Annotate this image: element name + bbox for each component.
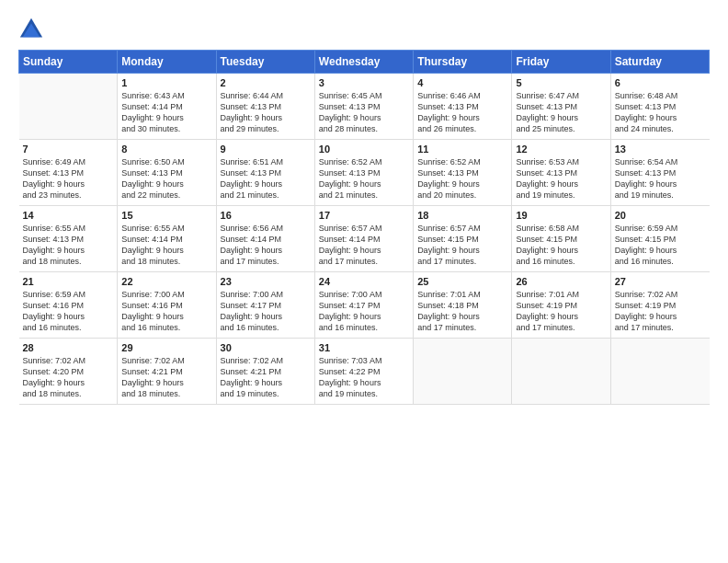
week-row-1: 7Sunrise: 6:49 AM Sunset: 4:13 PM Daylig…	[19, 140, 710, 206]
logo	[18, 17, 48, 42]
week-row-2: 14Sunrise: 6:55 AM Sunset: 4:13 PM Dayli…	[19, 206, 710, 272]
logo-icon	[18, 17, 44, 42]
week-row-3: 21Sunrise: 6:59 AM Sunset: 4:16 PM Dayli…	[19, 272, 710, 339]
cell-content: Sunrise: 6:59 AM Sunset: 4:16 PM Dayligh…	[23, 289, 114, 334]
day-number: 8	[121, 144, 211, 155]
cell-content: Sunrise: 6:46 AM Sunset: 4:13 PM Dayligh…	[417, 90, 507, 135]
cell-content: Sunrise: 6:57 AM Sunset: 4:14 PM Dayligh…	[319, 223, 409, 268]
day-number: 16	[221, 210, 311, 221]
cell-content: Sunrise: 7:03 AM Sunset: 4:22 PM Dayligh…	[319, 355, 409, 400]
cell-content: Sunrise: 7:00 AM Sunset: 4:16 PM Dayligh…	[121, 289, 211, 334]
header-cell-wednesday: Wednesday	[314, 51, 413, 74]
calendar-cell	[512, 339, 610, 405]
calendar-cell: 12Sunrise: 6:53 AM Sunset: 4:13 PM Dayli…	[512, 140, 610, 206]
day-number: 25	[417, 276, 507, 287]
calendar-cell	[414, 339, 512, 405]
calendar-cell: 27Sunrise: 7:02 AM Sunset: 4:19 PM Dayli…	[610, 272, 709, 339]
cell-content: Sunrise: 6:59 AM Sunset: 4:15 PM Dayligh…	[615, 223, 706, 268]
header-cell-sunday: Sunday	[19, 51, 118, 74]
day-number: 2	[221, 77, 311, 88]
cell-content: Sunrise: 6:52 AM Sunset: 4:13 PM Dayligh…	[417, 156, 507, 201]
week-row-4: 28Sunrise: 7:02 AM Sunset: 4:20 PM Dayli…	[19, 339, 710, 405]
cell-content: Sunrise: 7:02 AM Sunset: 4:21 PM Dayligh…	[221, 355, 311, 400]
calendar-cell: 9Sunrise: 6:51 AM Sunset: 4:13 PM Daylig…	[216, 140, 314, 206]
cell-content: Sunrise: 6:58 AM Sunset: 4:15 PM Dayligh…	[516, 223, 606, 268]
calendar-cell: 22Sunrise: 7:00 AM Sunset: 4:16 PM Dayli…	[118, 272, 216, 339]
cell-content: Sunrise: 7:01 AM Sunset: 4:19 PM Dayligh…	[516, 289, 606, 334]
cell-content: Sunrise: 7:00 AM Sunset: 4:17 PM Dayligh…	[319, 289, 409, 334]
calendar-cell: 10Sunrise: 6:52 AM Sunset: 4:13 PM Dayli…	[314, 140, 413, 206]
cell-content: Sunrise: 6:55 AM Sunset: 4:13 PM Dayligh…	[23, 223, 114, 268]
header-cell-tuesday: Tuesday	[216, 51, 314, 74]
calendar-cell: 14Sunrise: 6:55 AM Sunset: 4:13 PM Dayli…	[19, 206, 118, 272]
cell-content: Sunrise: 6:50 AM Sunset: 4:13 PM Dayligh…	[121, 156, 211, 201]
day-number: 6	[615, 77, 706, 88]
day-number: 15	[121, 210, 211, 221]
header-cell-monday: Monday	[118, 51, 216, 74]
day-number: 4	[417, 77, 507, 88]
day-number: 22	[121, 276, 211, 287]
calendar-header: SundayMondayTuesdayWednesdayThursdayFrid…	[19, 51, 710, 74]
cell-content: Sunrise: 7:02 AM Sunset: 4:20 PM Dayligh…	[23, 355, 114, 400]
cell-content: Sunrise: 6:54 AM Sunset: 4:13 PM Dayligh…	[615, 156, 706, 201]
cell-content: Sunrise: 6:56 AM Sunset: 4:14 PM Dayligh…	[221, 223, 311, 268]
calendar-cell: 1Sunrise: 6:43 AM Sunset: 4:14 PM Daylig…	[118, 74, 216, 140]
calendar-cell: 8Sunrise: 6:50 AM Sunset: 4:13 PM Daylig…	[118, 140, 216, 206]
day-number: 11	[417, 144, 507, 155]
day-number: 21	[23, 276, 114, 287]
day-number: 3	[319, 77, 409, 88]
day-number: 29	[121, 342, 211, 353]
calendar-cell: 11Sunrise: 6:52 AM Sunset: 4:13 PM Dayli…	[414, 140, 512, 206]
day-number: 5	[516, 77, 606, 88]
calendar-cell: 20Sunrise: 6:59 AM Sunset: 4:15 PM Dayli…	[610, 206, 709, 272]
calendar-cell: 18Sunrise: 6:57 AM Sunset: 4:15 PM Dayli…	[414, 206, 512, 272]
day-number: 1	[121, 77, 211, 88]
calendar-cell: 5Sunrise: 6:47 AM Sunset: 4:13 PM Daylig…	[512, 74, 610, 140]
cell-content: Sunrise: 6:57 AM Sunset: 4:15 PM Dayligh…	[417, 223, 507, 268]
page: SundayMondayTuesdayWednesdayThursdayFrid…	[0, 0, 728, 563]
day-number: 17	[319, 210, 409, 221]
day-number: 14	[23, 210, 114, 221]
day-number: 19	[516, 210, 606, 221]
day-number: 20	[615, 210, 706, 221]
day-number: 31	[319, 342, 409, 353]
cell-content: Sunrise: 6:44 AM Sunset: 4:13 PM Dayligh…	[221, 90, 311, 135]
header-row: SundayMondayTuesdayWednesdayThursdayFrid…	[19, 51, 710, 74]
cell-content: Sunrise: 7:01 AM Sunset: 4:18 PM Dayligh…	[417, 289, 507, 334]
cell-content: Sunrise: 6:52 AM Sunset: 4:13 PM Dayligh…	[319, 156, 409, 201]
calendar-cell: 23Sunrise: 7:00 AM Sunset: 4:17 PM Dayli…	[216, 272, 314, 339]
header-cell-thursday: Thursday	[414, 51, 512, 74]
cell-content: Sunrise: 7:02 AM Sunset: 4:21 PM Dayligh…	[121, 355, 211, 400]
day-number: 13	[615, 144, 706, 155]
calendar-cell	[610, 339, 709, 405]
cell-content: Sunrise: 6:53 AM Sunset: 4:13 PM Dayligh…	[516, 156, 606, 201]
cell-content: Sunrise: 6:48 AM Sunset: 4:13 PM Dayligh…	[615, 90, 706, 135]
day-number: 7	[23, 144, 114, 155]
day-number: 28	[23, 342, 114, 353]
calendar-cell: 15Sunrise: 6:55 AM Sunset: 4:14 PM Dayli…	[118, 206, 216, 272]
calendar-cell: 3Sunrise: 6:45 AM Sunset: 4:13 PM Daylig…	[314, 74, 413, 140]
calendar-cell: 26Sunrise: 7:01 AM Sunset: 4:19 PM Dayli…	[512, 272, 610, 339]
calendar-cell: 28Sunrise: 7:02 AM Sunset: 4:20 PM Dayli…	[19, 339, 118, 405]
calendar-cell: 4Sunrise: 6:46 AM Sunset: 4:13 PM Daylig…	[414, 74, 512, 140]
day-number: 10	[319, 144, 409, 155]
day-number: 9	[221, 144, 311, 155]
day-number: 27	[615, 276, 706, 287]
cell-content: Sunrise: 7:00 AM Sunset: 4:17 PM Dayligh…	[221, 289, 311, 334]
calendar-cell: 2Sunrise: 6:44 AM Sunset: 4:13 PM Daylig…	[216, 74, 314, 140]
header-cell-friday: Friday	[512, 51, 610, 74]
calendar-cell: 21Sunrise: 6:59 AM Sunset: 4:16 PM Dayli…	[19, 272, 118, 339]
calendar-cell: 29Sunrise: 7:02 AM Sunset: 4:21 PM Dayli…	[118, 339, 216, 405]
cell-content: Sunrise: 6:43 AM Sunset: 4:14 PM Dayligh…	[121, 90, 211, 135]
day-number: 18	[417, 210, 507, 221]
calendar-cell	[19, 74, 118, 140]
cell-content: Sunrise: 6:47 AM Sunset: 4:13 PM Dayligh…	[516, 90, 606, 135]
calendar-body: 1Sunrise: 6:43 AM Sunset: 4:14 PM Daylig…	[19, 74, 710, 405]
calendar-cell: 31Sunrise: 7:03 AM Sunset: 4:22 PM Dayli…	[314, 339, 413, 405]
day-number: 23	[221, 276, 311, 287]
day-number: 30	[221, 342, 311, 353]
cell-content: Sunrise: 6:55 AM Sunset: 4:14 PM Dayligh…	[121, 223, 211, 268]
calendar-cell: 6Sunrise: 6:48 AM Sunset: 4:13 PM Daylig…	[610, 74, 709, 140]
calendar-cell: 25Sunrise: 7:01 AM Sunset: 4:18 PM Dayli…	[414, 272, 512, 339]
calendar-cell: 13Sunrise: 6:54 AM Sunset: 4:13 PM Dayli…	[610, 140, 709, 206]
